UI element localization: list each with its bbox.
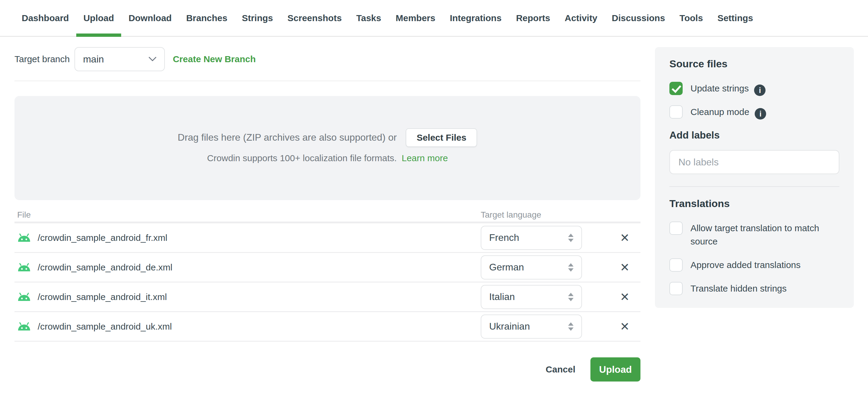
file-path: /crowdin_sample_android_fr.xml <box>38 233 167 243</box>
table-row: /crowdin_sample_android_it.xml Italian ✕ <box>14 283 641 312</box>
allow-match-source-label: Allow target translation to match source <box>690 222 839 248</box>
file-dropzone[interactable]: Drag files here (ZIP archives are also s… <box>14 96 641 200</box>
tab-members[interactable]: Members <box>389 0 443 36</box>
chevron-down-icon <box>149 57 156 62</box>
file-cell: /crowdin_sample_android_fr.xml <box>17 233 167 243</box>
approve-added-label: Approve added translations <box>690 258 839 272</box>
upload-button-label: Upload <box>599 364 632 375</box>
option-cleanup-mode: Cleanup modei <box>670 105 839 119</box>
table-row: /crowdin_sample_android_fr.xml French ✕ <box>14 223 641 253</box>
dropzone-instruction-row: Drag files here (ZIP archives are also s… <box>178 128 477 147</box>
select-arrows-icon <box>568 322 574 331</box>
language-select[interactable]: Italian <box>481 285 582 309</box>
formats-text: Crowdin supports 100+ localization file … <box>207 153 397 163</box>
language-select-value: Ukrainian <box>489 321 530 332</box>
language-select[interactable]: German <box>481 255 582 280</box>
translate-hidden-checkbox[interactable] <box>670 282 683 295</box>
branch-select-value: main <box>83 54 104 65</box>
file-path: /crowdin_sample_android_uk.xml <box>38 321 172 332</box>
upload-options-panel: Source files Update stringsi Cleanup mod… <box>655 47 854 308</box>
update-strings-label: Update stringsi <box>690 82 839 95</box>
branch-select[interactable]: main <box>74 47 165 71</box>
column-header-target-language: Target language <box>481 210 582 220</box>
option-update-strings: Update stringsi <box>670 82 839 95</box>
tab-dashboard[interactable]: Dashboard <box>14 0 76 36</box>
tab-integrations[interactable]: Integrations <box>442 0 509 36</box>
file-cell: /crowdin_sample_android_it.xml <box>17 292 167 302</box>
remove-file-button[interactable]: ✕ <box>620 321 629 332</box>
file-path: /crowdin_sample_android_it.xml <box>38 292 167 302</box>
dropzone-formats-row: Crowdin supports 100+ localization file … <box>207 153 448 163</box>
upload-button[interactable]: Upload <box>590 357 641 381</box>
language-select-value: French <box>489 232 519 243</box>
update-strings-checkbox[interactable] <box>670 82 683 95</box>
tab-discussions[interactable]: Discussions <box>604 0 673 36</box>
language-select[interactable]: French <box>481 226 582 250</box>
select-arrows-icon <box>568 234 574 242</box>
option-allow-match-source: Allow target translation to match source <box>670 222 839 248</box>
file-cell: /crowdin_sample_android_uk.xml <box>17 321 172 332</box>
info-icon[interactable]: i <box>755 108 766 119</box>
source-files-title: Source files <box>670 58 839 70</box>
target-branch-bar: Target branch main Create New Branch <box>14 47 256 71</box>
create-new-branch-link[interactable]: Create New Branch <box>173 54 255 64</box>
info-icon[interactable]: i <box>754 85 766 96</box>
android-file-icon <box>17 233 31 243</box>
option-translate-hidden: Translate hidden strings <box>670 282 839 295</box>
remove-file-button[interactable]: ✕ <box>620 262 629 273</box>
android-file-icon <box>17 263 31 272</box>
target-branch-label: Target branch <box>14 54 70 64</box>
tab-tasks[interactable]: Tasks <box>349 0 389 36</box>
android-file-icon <box>17 322 31 331</box>
android-file-icon <box>17 292 31 302</box>
select-arrows-icon <box>568 263 574 272</box>
tab-reports[interactable]: Reports <box>509 0 557 36</box>
approve-added-checkbox[interactable] <box>670 258 683 272</box>
select-arrows-icon <box>568 293 574 301</box>
top-navigation: Dashboard Upload Download Branches Strin… <box>0 0 868 37</box>
tab-activity[interactable]: Activity <box>557 0 604 36</box>
file-path: /crowdin_sample_android_de.xml <box>38 262 173 273</box>
sidebar-divider <box>670 186 839 187</box>
tab-branches[interactable]: Branches <box>179 0 235 36</box>
tab-screenshots[interactable]: Screenshots <box>280 0 349 36</box>
tab-settings[interactable]: Settings <box>710 0 760 36</box>
translate-hidden-label: Translate hidden strings <box>690 282 839 295</box>
add-labels-input[interactable] <box>670 150 839 174</box>
learn-more-link[interactable]: Learn more <box>402 153 448 163</box>
add-labels-title: Add labels <box>670 130 839 141</box>
language-select-value: German <box>489 262 524 273</box>
tab-tools[interactable]: Tools <box>673 0 710 36</box>
table-row: /crowdin_sample_android_uk.xml Ukrainian… <box>14 312 641 342</box>
table-row: /crowdin_sample_android_de.xml German ✕ <box>14 253 641 283</box>
cleanup-mode-label: Cleanup modei <box>690 105 839 119</box>
dropzone-drag-text: Drag files here (ZIP archives are also s… <box>178 132 397 143</box>
files-table: File Target language /crowdin_sample_and… <box>14 208 641 342</box>
translations-title: Translations <box>670 198 839 209</box>
allow-match-source-checkbox[interactable] <box>670 222 683 235</box>
file-cell: /crowdin_sample_android_de.xml <box>17 262 173 273</box>
remove-file-button[interactable]: ✕ <box>620 232 629 244</box>
tab-upload[interactable]: Upload <box>76 0 121 36</box>
column-header-file: File <box>14 210 481 220</box>
language-select-value: Italian <box>489 291 515 303</box>
cleanup-mode-checkbox[interactable] <box>670 105 683 119</box>
footer-actions: Cancel Upload <box>14 357 641 381</box>
nav-tabs: Dashboard Upload Download Branches Strin… <box>0 0 868 36</box>
language-select[interactable]: Ukrainian <box>481 314 582 339</box>
select-files-button[interactable]: Select Files <box>406 128 477 147</box>
option-approve-added: Approve added translations <box>670 258 839 272</box>
cancel-button[interactable]: Cancel <box>546 364 575 374</box>
branch-bar-divider <box>14 81 641 81</box>
files-table-header: File Target language <box>14 208 641 223</box>
remove-file-button[interactable]: ✕ <box>620 291 629 303</box>
tab-strings[interactable]: Strings <box>235 0 280 36</box>
tab-download[interactable]: Download <box>121 0 179 36</box>
select-files-button-label: Select Files <box>416 133 466 143</box>
